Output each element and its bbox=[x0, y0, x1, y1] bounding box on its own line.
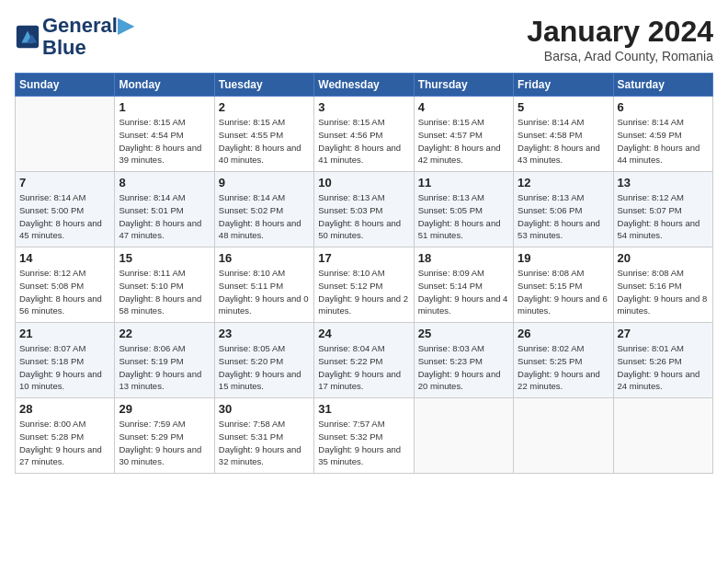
day-info: Sunrise: 7:58 AM Sunset: 5:31 PM Dayligh… bbox=[219, 418, 310, 468]
day-number: 4 bbox=[418, 100, 509, 114]
calendar-week-1: 7 Sunrise: 8:14 AM Sunset: 5:00 PM Dayli… bbox=[16, 172, 713, 247]
sunset: Sunset: 5:11 PM bbox=[219, 281, 283, 291]
sunrise: Sunrise: 8:15 AM bbox=[119, 117, 185, 127]
calendar-cell: 18 Sunrise: 8:09 AM Sunset: 5:14 PM Dayl… bbox=[414, 247, 513, 323]
daylight: Daylight: 8 hours and 43 minutes. bbox=[518, 143, 600, 166]
daylight: Daylight: 9 hours and 17 minutes. bbox=[318, 369, 401, 392]
daylight: Daylight: 8 hours and 56 minutes. bbox=[19, 293, 102, 316]
daylight: Daylight: 8 hours and 44 minutes. bbox=[618, 143, 700, 166]
sunrise: Sunrise: 8:13 AM bbox=[418, 192, 484, 202]
sunset: Sunset: 5:22 PM bbox=[318, 356, 382, 366]
calendar-week-2: 14 Sunrise: 8:12 AM Sunset: 5:08 PM Dayl… bbox=[16, 247, 713, 323]
sunset: Sunset: 5:02 PM bbox=[219, 205, 283, 215]
daylight: Daylight: 9 hours and 32 minutes. bbox=[219, 444, 301, 467]
sunrise: Sunrise: 8:15 AM bbox=[219, 117, 285, 127]
day-number: 21 bbox=[19, 327, 110, 340]
title-block: January 2024 Barsa, Arad County, Romania bbox=[527, 15, 713, 63]
sunrise: Sunrise: 8:02 AM bbox=[518, 343, 584, 353]
day-number: 12 bbox=[518, 176, 609, 190]
day-info: Sunrise: 8:07 AM Sunset: 5:18 PM Dayligh… bbox=[19, 342, 110, 393]
page-header: General▶ Blue January 2024 Barsa, Arad C… bbox=[15, 15, 713, 63]
col-wednesday: Wednesday bbox=[314, 74, 414, 97]
logo-icon bbox=[15, 24, 40, 50]
sunrise: Sunrise: 8:13 AM bbox=[518, 192, 584, 202]
sunrise: Sunrise: 8:14 AM bbox=[19, 192, 85, 202]
sunset: Sunset: 5:32 PM bbox=[318, 431, 382, 442]
day-number: 19 bbox=[518, 251, 609, 265]
day-number: 1 bbox=[119, 100, 210, 114]
calendar-cell: 8 Sunrise: 8:14 AM Sunset: 5:01 PM Dayli… bbox=[115, 172, 214, 247]
day-number: 11 bbox=[418, 176, 509, 190]
calendar-cell: 27 Sunrise: 8:01 AM Sunset: 5:26 PM Dayl… bbox=[613, 323, 712, 398]
sunrise: Sunrise: 7:58 AM bbox=[219, 419, 285, 429]
day-number: 7 bbox=[19, 176, 110, 190]
day-number: 27 bbox=[618, 327, 709, 340]
sunrise: Sunrise: 8:14 AM bbox=[119, 192, 185, 202]
sunrise: Sunrise: 8:15 AM bbox=[318, 117, 384, 127]
sunrise: Sunrise: 8:15 AM bbox=[418, 117, 484, 127]
day-info: Sunrise: 8:08 AM Sunset: 5:15 PM Dayligh… bbox=[518, 267, 609, 317]
day-number: 30 bbox=[219, 402, 310, 416]
sunset: Sunset: 5:05 PM bbox=[418, 205, 483, 215]
col-saturday: Saturday bbox=[613, 74, 712, 97]
logo-text: General▶ Blue bbox=[42, 15, 133, 59]
day-number: 16 bbox=[219, 251, 310, 265]
calendar-cell: 17 Sunrise: 8:10 AM Sunset: 5:12 PM Dayl… bbox=[314, 247, 414, 323]
calendar-cell: 9 Sunrise: 8:14 AM Sunset: 5:02 PM Dayli… bbox=[214, 172, 313, 247]
daylight: Daylight: 9 hours and 27 minutes. bbox=[19, 444, 102, 467]
sunset: Sunset: 5:19 PM bbox=[119, 356, 183, 366]
daylight: Daylight: 9 hours and 20 minutes. bbox=[418, 369, 501, 392]
calendar-cell: 1 Sunrise: 8:15 AM Sunset: 4:54 PM Dayli… bbox=[115, 97, 214, 172]
day-number: 3 bbox=[318, 100, 409, 114]
sunrise: Sunrise: 8:14 AM bbox=[518, 117, 584, 127]
sunset: Sunset: 5:12 PM bbox=[318, 281, 382, 291]
day-number: 25 bbox=[418, 327, 509, 340]
calendar-cell: 29 Sunrise: 7:59 AM Sunset: 5:29 PM Dayl… bbox=[115, 398, 214, 474]
sunrise: Sunrise: 8:01 AM bbox=[618, 343, 684, 353]
sunset: Sunset: 5:20 PM bbox=[219, 356, 283, 366]
day-info: Sunrise: 8:09 AM Sunset: 5:14 PM Dayligh… bbox=[418, 267, 509, 317]
daylight: Daylight: 8 hours and 39 minutes. bbox=[119, 143, 201, 166]
day-info: Sunrise: 8:15 AM Sunset: 4:57 PM Dayligh… bbox=[418, 116, 509, 167]
daylight: Daylight: 8 hours and 51 minutes. bbox=[418, 218, 501, 241]
col-thursday: Thursday bbox=[414, 74, 513, 97]
col-friday: Friday bbox=[514, 74, 613, 97]
sunrise: Sunrise: 7:59 AM bbox=[119, 419, 185, 429]
sunrise: Sunrise: 8:11 AM bbox=[119, 268, 185, 278]
sunset: Sunset: 5:00 PM bbox=[19, 205, 84, 215]
calendar-cell: 16 Sunrise: 8:10 AM Sunset: 5:11 PM Dayl… bbox=[214, 247, 313, 323]
sunrise: Sunrise: 8:12 AM bbox=[19, 268, 85, 278]
sunset: Sunset: 4:59 PM bbox=[618, 130, 682, 140]
col-monday: Monday bbox=[115, 74, 214, 97]
day-info: Sunrise: 8:00 AM Sunset: 5:28 PM Dayligh… bbox=[19, 418, 110, 468]
day-info: Sunrise: 8:08 AM Sunset: 5:16 PM Dayligh… bbox=[618, 267, 709, 317]
day-number: 26 bbox=[518, 327, 609, 340]
day-number: 20 bbox=[618, 251, 709, 265]
col-tuesday: Tuesday bbox=[214, 74, 313, 97]
day-info: Sunrise: 8:05 AM Sunset: 5:20 PM Dayligh… bbox=[219, 342, 310, 393]
day-info: Sunrise: 8:12 AM Sunset: 5:08 PM Dayligh… bbox=[19, 267, 110, 317]
sunrise: Sunrise: 8:12 AM bbox=[618, 192, 684, 202]
day-info: Sunrise: 8:10 AM Sunset: 5:11 PM Dayligh… bbox=[219, 267, 310, 317]
day-info: Sunrise: 8:02 AM Sunset: 5:25 PM Dayligh… bbox=[518, 342, 609, 393]
day-number: 23 bbox=[219, 327, 310, 340]
daylight: Daylight: 9 hours and 4 minutes. bbox=[418, 293, 508, 316]
day-info: Sunrise: 8:01 AM Sunset: 5:26 PM Dayligh… bbox=[618, 342, 709, 393]
daylight: Daylight: 8 hours and 48 minutes. bbox=[219, 218, 301, 241]
sunset: Sunset: 5:08 PM bbox=[19, 281, 84, 291]
sunrise: Sunrise: 8:04 AM bbox=[318, 343, 384, 353]
daylight: Daylight: 8 hours and 54 minutes. bbox=[618, 218, 700, 241]
daylight: Daylight: 9 hours and 35 minutes. bbox=[318, 444, 401, 467]
sunrise: Sunrise: 8:00 AM bbox=[19, 419, 85, 429]
day-info: Sunrise: 8:14 AM Sunset: 5:00 PM Dayligh… bbox=[19, 191, 110, 242]
day-info: Sunrise: 8:12 AM Sunset: 5:07 PM Dayligh… bbox=[618, 191, 709, 242]
sunset: Sunset: 5:01 PM bbox=[119, 205, 183, 215]
calendar-table: Sunday Monday Tuesday Wednesday Thursday… bbox=[15, 73, 713, 474]
sunset: Sunset: 5:07 PM bbox=[618, 205, 682, 215]
calendar-cell: 24 Sunrise: 8:04 AM Sunset: 5:22 PM Dayl… bbox=[314, 323, 414, 398]
calendar-cell: 5 Sunrise: 8:14 AM Sunset: 4:58 PM Dayli… bbox=[514, 97, 613, 172]
day-info: Sunrise: 8:13 AM Sunset: 5:06 PM Dayligh… bbox=[518, 191, 609, 242]
calendar-cell: 15 Sunrise: 8:11 AM Sunset: 5:10 PM Dayl… bbox=[115, 247, 214, 323]
calendar-cell: 20 Sunrise: 8:08 AM Sunset: 5:16 PM Dayl… bbox=[613, 247, 712, 323]
calendar-cell bbox=[613, 398, 712, 474]
